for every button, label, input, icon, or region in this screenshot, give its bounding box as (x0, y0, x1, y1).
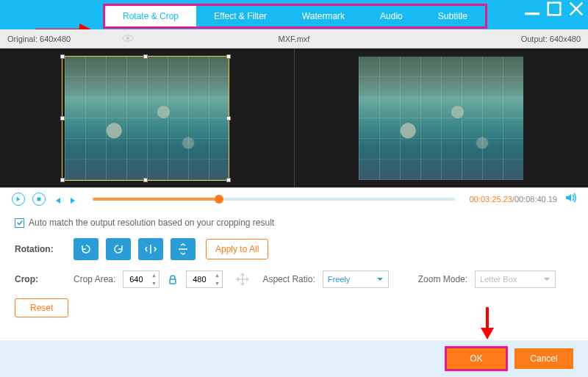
playbar: 00:03:25.23/00:08:40.19 (0, 188, 588, 210)
crop-handle[interactable] (60, 178, 65, 182)
tab-audio[interactable]: Audio (362, 6, 420, 26)
zoom-mode-label: Zoom Mode: (418, 274, 467, 284)
crop-handle[interactable] (226, 178, 231, 182)
svg-rect-5 (170, 279, 176, 284)
crop-label: Crop: (15, 274, 66, 284)
svg-point-3 (126, 37, 129, 40)
original-resolution: Original: 640x480 (7, 35, 71, 43)
reset-button[interactable]: Reset (15, 298, 68, 317)
spin-up[interactable]: ▲ (148, 271, 159, 279)
seek-knob[interactable] (215, 195, 223, 204)
stop-icon[interactable] (32, 193, 46, 206)
tab-watermark[interactable]: Watermark (284, 6, 362, 26)
prev-frame-icon[interactable] (53, 195, 62, 204)
automatch-checkbox[interactable] (15, 218, 24, 228)
annotation-arrow-ok (481, 307, 494, 340)
svg-rect-0 (525, 12, 539, 15)
seek-slider[interactable] (93, 198, 455, 201)
crop-handle[interactable] (143, 178, 148, 182)
tab-effect-filter[interactable]: Effect & Filter (196, 6, 284, 26)
crop-width-input[interactable]: ▲▼ (123, 270, 159, 288)
zoom-mode-select[interactable]: Letter Box (475, 270, 556, 288)
svg-rect-4 (37, 198, 41, 201)
crop-area-label: Crop Area: (74, 274, 115, 284)
crop-rectangle[interactable] (62, 56, 229, 181)
ok-button[interactable]: OK (447, 348, 506, 369)
output-resolution: Output: 640x480 (521, 35, 581, 43)
rotate-right-icon[interactable] (106, 238, 131, 260)
filename: MXF.mxf (279, 35, 310, 43)
tab-rotate-crop[interactable]: Rotate & Crop (105, 6, 196, 26)
crop-handle[interactable] (143, 54, 148, 59)
spin-down[interactable]: ▼ (212, 279, 222, 287)
volume-icon[interactable] (564, 192, 576, 207)
spin-down[interactable]: ▼ (148, 279, 159, 287)
crop-height-field[interactable] (187, 275, 212, 284)
tab-subtitle[interactable]: Subtitle (420, 6, 485, 26)
seek-fill (93, 198, 219, 201)
apply-to-all-button[interactable]: Apply to All (206, 239, 268, 259)
crop-handle[interactable] (60, 54, 65, 59)
zoom-mode-value: Letter Box (480, 275, 517, 284)
time-total: 00:08:40.19 (514, 195, 557, 204)
flip-vertical-icon[interactable] (171, 238, 196, 260)
center-crop-icon[interactable] (234, 271, 251, 287)
close-icon[interactable] (569, 1, 584, 16)
settings-panel: Auto match the output resolution based o… (0, 210, 588, 317)
automatch-label: Auto match the output resolution based o… (29, 218, 274, 228)
spin-up[interactable]: ▲ (212, 271, 222, 279)
crop-handle[interactable] (226, 54, 231, 59)
eye-icon[interactable] (122, 35, 134, 43)
cancel-button[interactable]: Cancel (514, 348, 573, 369)
crop-width-field[interactable] (123, 275, 148, 284)
crop-height-input[interactable]: ▲▼ (186, 270, 223, 288)
minimize-icon[interactable] (525, 1, 539, 16)
rotate-left-icon[interactable] (74, 238, 98, 260)
preview-output (294, 49, 589, 187)
info-bar: Original: 640x480 MXF.mxf Output: 640x48… (0, 29, 588, 49)
aspect-ratio-select[interactable]: Freely (323, 270, 389, 288)
aspect-ratio-value: Freely (328, 275, 351, 284)
play-icon[interactable] (12, 193, 25, 206)
aspect-ratio-label: Aspect Ratio: (262, 274, 315, 284)
crop-handle[interactable] (60, 116, 65, 121)
footer: OK Cancel (0, 340, 588, 377)
preview-original[interactable] (0, 49, 294, 187)
maximize-icon[interactable] (547, 1, 562, 16)
rotation-label: Rotation: (15, 244, 66, 254)
crop-handle[interactable] (226, 116, 231, 121)
video-thumbnail-right (359, 57, 523, 180)
lock-aspect-icon[interactable] (167, 273, 179, 285)
preview-area (0, 49, 588, 188)
svg-rect-1 (548, 3, 561, 15)
next-frame-icon[interactable] (69, 195, 78, 204)
tabs-container: Rotate & Crop Effect & Filter Watermark … (103, 4, 487, 29)
time-current: 00:03:25.23 (470, 195, 512, 204)
flip-horizontal-icon[interactable] (138, 238, 163, 260)
